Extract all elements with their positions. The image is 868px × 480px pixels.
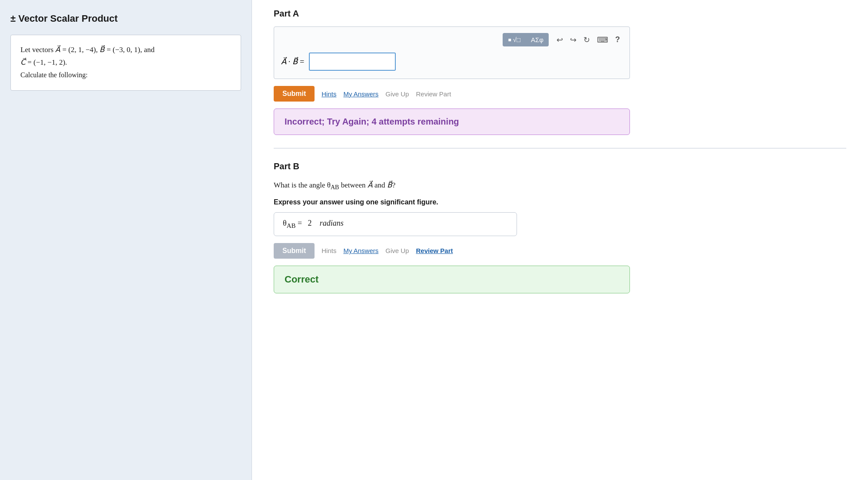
review-part-text-a: Review Part xyxy=(416,90,451,98)
answer-display-box: θAB = 2 radians xyxy=(274,212,517,236)
keyboard-btn[interactable]: ⌨ xyxy=(594,33,611,46)
express-note: Express your answer using one significan… xyxy=(274,198,846,206)
panel-title: ± Vector Scalar Product xyxy=(10,13,241,24)
give-up-text-b: Give Up xyxy=(385,247,409,254)
hints-text-b: Hints xyxy=(321,247,336,254)
part-a-section: Part A ■ √□ AΣφ ↩ ↪ xyxy=(274,9,846,135)
keyboard-icon: ⌨ xyxy=(597,36,608,44)
incorrect-banner-text: Incorrect; Try Again; 4 attempts remaini… xyxy=(285,117,459,126)
refresh-icon: ↻ xyxy=(583,36,590,44)
part-a-title: Part A xyxy=(274,9,846,19)
redo-btn[interactable]: ↪ xyxy=(567,33,579,46)
problem-box: Let vectors A⃗ = (2, 1, −4), B⃗ = (−3, 0… xyxy=(10,35,241,91)
part-b-title: Part B xyxy=(274,161,846,171)
part-b-question: What is the angle θAB between A⃗ and B⃗? xyxy=(274,179,846,192)
my-answers-link-b[interactable]: My Answers xyxy=(343,247,378,254)
symbol-btn[interactable]: AΣφ xyxy=(526,33,549,46)
my-answers-link-a[interactable]: My Answers xyxy=(343,90,378,98)
toolbar-btn-group: ■ √□ AΣφ xyxy=(503,33,549,46)
symbol-label: AΣφ xyxy=(531,36,543,43)
math-input-a[interactable] xyxy=(309,53,396,71)
question-icon: ? xyxy=(615,35,620,44)
undo-btn[interactable]: ↩ xyxy=(554,33,566,46)
math-toolbar: ■ √□ AΣφ ↩ ↪ ↻ ⌨ xyxy=(281,33,623,46)
math-input-row: A⃗ · B⃗ = xyxy=(281,53,623,71)
correct-banner-text: Correct xyxy=(285,274,318,285)
refresh-btn[interactable]: ↻ xyxy=(581,33,593,46)
left-panel: ± Vector Scalar Product Let vectors A⃗ =… xyxy=(0,0,252,480)
correct-banner: Correct xyxy=(274,266,630,293)
right-panel: Part A ■ √□ AΣφ ↩ ↪ xyxy=(252,0,868,480)
part-divider xyxy=(274,148,846,148)
submit-btn-a[interactable]: Submit xyxy=(274,86,315,102)
radical-btn[interactable]: ■ √□ xyxy=(503,33,526,46)
part-a-action-bar: Submit Hints My Answers Give Up Review P… xyxy=(274,86,846,102)
radical-icon: √□ xyxy=(513,36,520,43)
redo-icon: ↪ xyxy=(570,36,576,44)
help-btn[interactable]: ? xyxy=(613,33,623,46)
part-b-action-bar: Submit Hints My Answers Give Up Review P… xyxy=(274,243,846,259)
undo-icon: ↩ xyxy=(557,36,563,44)
math-input-container: ■ √□ AΣφ ↩ ↪ ↻ ⌨ xyxy=(274,26,630,79)
review-part-link-b[interactable]: Review Part xyxy=(416,247,453,254)
answer-display-text: θAB = 2 radians xyxy=(283,219,344,227)
part-b-section: Part B What is the angle θAB between A⃗ … xyxy=(274,161,846,293)
incorrect-banner: Incorrect; Try Again; 4 attempts remaini… xyxy=(274,108,630,135)
give-up-text-a: Give Up xyxy=(385,90,409,98)
hints-link-a[interactable]: Hints xyxy=(321,90,336,98)
math-label-a: A⃗ · B⃗ = xyxy=(281,57,305,66)
problem-text: Let vectors A⃗ = (2, 1, −4), B⃗ = (−3, 0… xyxy=(20,44,231,82)
square-icon: ■ xyxy=(508,37,511,43)
submit-btn-b[interactable]: Submit xyxy=(274,243,315,259)
